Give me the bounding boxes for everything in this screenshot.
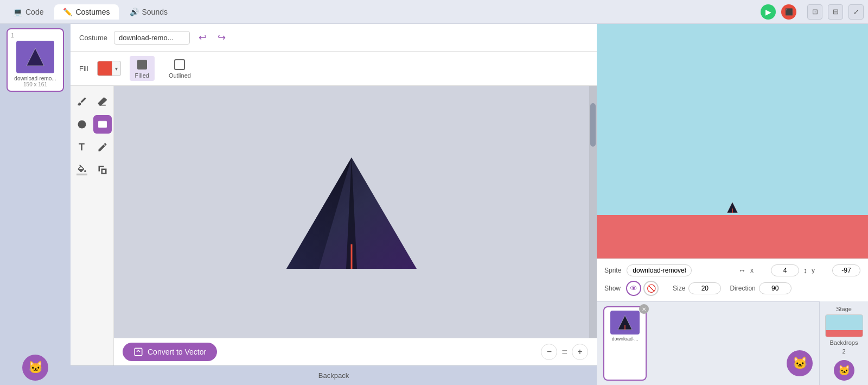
costume-preview-thumbnail xyxy=(16,41,54,73)
x-input[interactable] xyxy=(771,264,799,276)
style-filled-label: Filled xyxy=(135,72,149,79)
costume-number: 1 xyxy=(11,33,14,39)
zoom-out-button[interactable]: − xyxy=(541,344,557,360)
stage-sprite xyxy=(727,202,738,216)
sprite-delete-button[interactable]: ✕ xyxy=(639,304,649,314)
show-visible-button[interactable]: 👁 xyxy=(626,281,641,296)
fill-color-control[interactable]: ▾ xyxy=(97,61,121,76)
code-icon: 💻 xyxy=(13,8,22,16)
stage-mini-preview[interactable] xyxy=(825,314,863,337)
tool-row-1 xyxy=(73,115,112,134)
sprite-name-row: Sprite ↔ x ↕ y xyxy=(604,264,860,276)
stage-triangle-icon xyxy=(727,202,738,214)
canvas-inner xyxy=(114,86,589,338)
stage-small-btn[interactable]: ⊡ xyxy=(807,4,822,20)
size-input[interactable] xyxy=(688,282,721,294)
costume-list-item[interactable]: 1 download-remo... 150 x 161 xyxy=(7,28,64,92)
style-filled-button[interactable]: Filled xyxy=(130,56,155,81)
y-arrow-icon: ↕ xyxy=(803,266,807,275)
convert-icon xyxy=(133,347,143,357)
tab-sounds[interactable]: 🔊 Sounds xyxy=(121,4,176,20)
y-input[interactable] xyxy=(832,264,860,276)
sprite-list-item[interactable]: ✕ download-... xyxy=(603,306,647,381)
y-label: y xyxy=(812,267,828,274)
stage-section: Stage Backdrops 2 🐱 xyxy=(819,301,868,385)
size-item: Size xyxy=(673,282,721,294)
zoom-in-button[interactable]: + xyxy=(572,344,588,360)
add-costume-button[interactable]: 🐱 xyxy=(22,355,48,381)
sprite-list: ✕ download-... 🐱 xyxy=(597,301,819,385)
style-outlined-label: Outlined xyxy=(169,72,191,79)
tab-code[interactable]: 💻 Code xyxy=(4,4,52,20)
svg-marker-0 xyxy=(27,48,44,66)
sprite-list-name: download-... xyxy=(611,336,638,342)
tool-row-3 xyxy=(73,161,112,179)
sprite-name-input[interactable] xyxy=(627,264,692,276)
backpack-bar[interactable]: Backpack xyxy=(71,365,597,385)
size-direction-row: Size Direction xyxy=(673,282,792,294)
canvas-area: Convert to Vector − = + xyxy=(114,86,597,365)
right-panel: Sprite ↔ x ↕ y Show 👁 🚫 xyxy=(597,24,868,385)
sprite-properties: Sprite ↔ x ↕ y Show 👁 🚫 xyxy=(597,258,868,301)
tools-sidebar: T xyxy=(71,86,114,365)
ellipse-tool[interactable] xyxy=(73,115,91,134)
brush-tool[interactable] xyxy=(73,92,91,111)
add-sprite-button[interactable]: 🐱 xyxy=(787,350,813,376)
stage-red-bar xyxy=(597,215,868,258)
canvas-scrollbar-vertical[interactable] xyxy=(589,86,597,338)
svg-rect-4 xyxy=(98,121,106,128)
svg-rect-1 xyxy=(137,60,147,70)
green-flag-button[interactable]: ▶ xyxy=(761,4,776,20)
direction-input[interactable] xyxy=(759,282,792,294)
reshape-tool[interactable] xyxy=(93,138,112,156)
redo-button[interactable]: ↪ xyxy=(215,29,228,46)
backpack-label: Backpack xyxy=(318,371,349,380)
canvas-triangle xyxy=(276,136,427,288)
show-buttons: 👁 🚫 xyxy=(626,281,659,296)
sprite-thumbnail xyxy=(610,311,640,334)
filled-icon xyxy=(136,58,149,71)
undo-button[interactable]: ↩ xyxy=(196,29,209,46)
tool-row-2: T xyxy=(73,138,112,156)
direction-label: Direction xyxy=(730,285,755,292)
costumes-icon: ✏️ xyxy=(63,8,72,16)
text-tool[interactable]: T xyxy=(73,138,91,156)
fill-color-dropdown[interactable]: ▾ xyxy=(112,61,121,76)
costume-size-thumb: 150 x 161 xyxy=(23,81,47,87)
outlined-icon xyxy=(173,58,186,71)
canvas-content[interactable] xyxy=(276,136,427,288)
costume-list-panel: 1 download-remo... 150 x 161 🐱 xyxy=(0,24,71,385)
costume-label: Costume xyxy=(79,34,107,42)
costume-name-input[interactable] xyxy=(114,31,190,45)
fill-color-swatch[interactable] xyxy=(97,61,112,76)
stage-fullscreen-btn[interactable]: ⤢ xyxy=(848,4,864,20)
direction-item: Direction xyxy=(730,282,791,294)
costume-name-thumb: download-remo... xyxy=(14,75,56,81)
costume-header: Costume ↩ ↪ xyxy=(71,24,597,52)
stop-button[interactable]: ⬛ xyxy=(781,4,796,20)
rectangle-tool[interactable] xyxy=(93,115,112,134)
fill-tool[interactable] xyxy=(73,161,91,179)
sounds-icon: 🔊 xyxy=(130,8,139,16)
stage-medium-btn[interactable]: ⊟ xyxy=(828,4,843,20)
canvas-scrollbar-thumb[interactable] xyxy=(590,103,596,147)
eraser-tool[interactable] xyxy=(93,92,112,111)
style-outlined-button[interactable]: Outlined xyxy=(163,56,196,81)
stage-preview xyxy=(597,24,868,258)
svg-point-3 xyxy=(78,121,86,129)
stage-section-label: Stage xyxy=(836,306,852,312)
tab-sounds-label: Sounds xyxy=(142,8,168,16)
stage-mini-red-bar xyxy=(826,330,863,337)
zoom-reset-icon: = xyxy=(561,346,567,358)
add-backdrop-button[interactable]: 🐱 xyxy=(834,360,854,381)
select-tool[interactable] xyxy=(93,161,112,179)
show-hidden-button[interactable]: 🚫 xyxy=(643,281,659,296)
tab-code-label: Code xyxy=(25,8,43,16)
tab-costumes[interactable]: ✏️ Costumes xyxy=(54,4,118,20)
tool-row-0 xyxy=(73,92,112,111)
convert-to-vector-button[interactable]: Convert to Vector xyxy=(123,343,217,361)
convert-btn-label: Convert to Vector xyxy=(148,348,206,356)
show-label: Show xyxy=(604,285,621,292)
top-bar: 💻 Code ✏️ Costumes 🔊 Sounds ▶ ⬛ ⊡ ⊟ ⤢ xyxy=(0,0,868,24)
editor-panel: Costume ↩ ↪ Fill ▾ Filled Outline xyxy=(71,24,597,385)
